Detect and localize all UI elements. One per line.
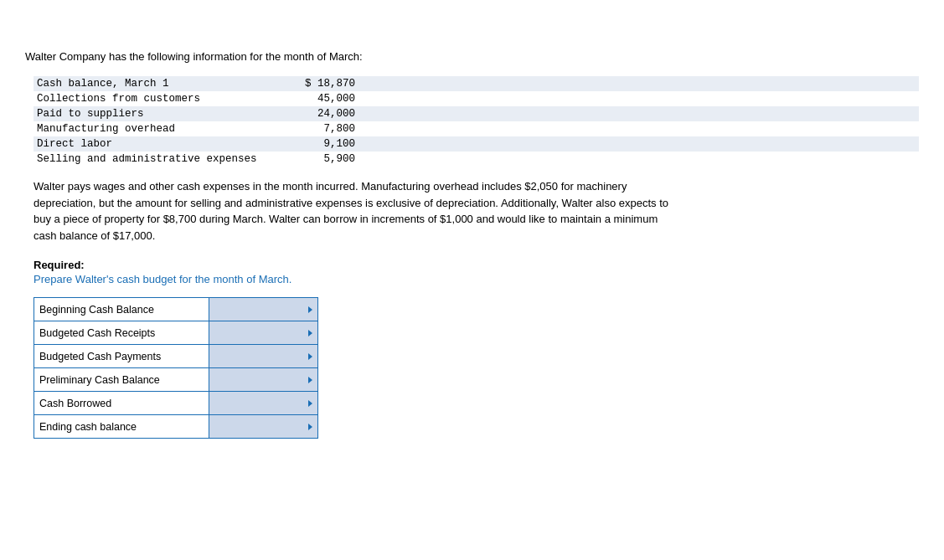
budget-label-beginning: Beginning Cash Balance bbox=[34, 298, 209, 321]
budget-row-receipts: Budgeted Cash Receipts bbox=[34, 321, 318, 345]
info-label-6: Selling and administrative expenses bbox=[37, 153, 271, 165]
required-section: Required: Prepare Walter's cash budget f… bbox=[34, 259, 919, 285]
budget-row-preliminary: Preliminary Cash Balance bbox=[34, 368, 318, 392]
info-value-3: 24,000 bbox=[271, 108, 355, 120]
budget-label-payments: Budgeted Cash Payments bbox=[34, 345, 209, 368]
info-label-5: Direct labor bbox=[37, 138, 271, 150]
budget-label-borrowed: Cash Borrowed bbox=[34, 392, 209, 415]
required-instruction: Prepare Walter's cash budget for the mon… bbox=[34, 273, 919, 285]
budget-label-receipts: Budgeted Cash Receipts bbox=[34, 321, 209, 345]
desc-line2: depreciation, but the amount for selling… bbox=[34, 197, 668, 209]
budget-row-payments: Budgeted Cash Payments bbox=[34, 345, 318, 368]
info-row-1: Cash balance, March 1 $ 18,870 bbox=[34, 76, 919, 91]
budget-label-preliminary: Preliminary Cash Balance bbox=[34, 368, 209, 392]
info-label-1: Cash balance, March 1 bbox=[37, 78, 271, 90]
info-value-4: 7,800 bbox=[271, 123, 355, 135]
info-value-5: 9,100 bbox=[271, 138, 355, 150]
budget-input-preliminary[interactable] bbox=[209, 368, 318, 392]
info-row-3: Paid to suppliers 24,000 bbox=[34, 106, 919, 121]
budget-input-beginning[interactable] bbox=[209, 298, 318, 321]
info-row-6: Selling and administrative expenses 5,90… bbox=[34, 152, 919, 167]
desc-line1: Walter pays wages and other cash expense… bbox=[34, 180, 627, 193]
info-table: Cash balance, March 1 $ 18,870 Collectio… bbox=[34, 76, 919, 167]
budget-input-borrowed[interactable] bbox=[209, 392, 318, 415]
info-row-5: Direct labor 9,100 bbox=[34, 136, 919, 152]
info-label-2: Collections from customers bbox=[37, 93, 271, 105]
info-row-2: Collections from customers 45,000 bbox=[34, 91, 919, 106]
intro-text: Walter Company has the following informa… bbox=[25, 50, 919, 63]
info-label-4: Manufacturing overhead bbox=[37, 123, 271, 135]
info-value-1: $ 18,870 bbox=[271, 78, 355, 90]
budget-input-ending[interactable] bbox=[209, 415, 318, 439]
budget-input-payments[interactable] bbox=[209, 345, 318, 368]
budget-table: Beginning Cash Balance Budgeted Cash Rec… bbox=[34, 297, 318, 439]
info-label-3: Paid to suppliers bbox=[37, 108, 271, 120]
required-label: Required: bbox=[34, 259, 919, 271]
desc-line3: buy a piece of property for $8,700 durin… bbox=[34, 213, 658, 225]
budget-input-receipts[interactable] bbox=[209, 321, 318, 345]
info-value-6: 5,900 bbox=[271, 153, 355, 165]
budget-row-beginning: Beginning Cash Balance bbox=[34, 298, 318, 321]
budget-label-ending: Ending cash balance bbox=[34, 415, 209, 439]
description-text: Walter pays wages and other cash expense… bbox=[34, 178, 787, 244]
info-row-4: Manufacturing overhead 7,800 bbox=[34, 121, 919, 136]
desc-line4: cash balance of $17,000. bbox=[34, 229, 155, 242]
info-value-2: 45,000 bbox=[271, 93, 355, 105]
budget-row-ending: Ending cash balance bbox=[34, 415, 318, 439]
budget-row-borrowed: Cash Borrowed bbox=[34, 392, 318, 415]
